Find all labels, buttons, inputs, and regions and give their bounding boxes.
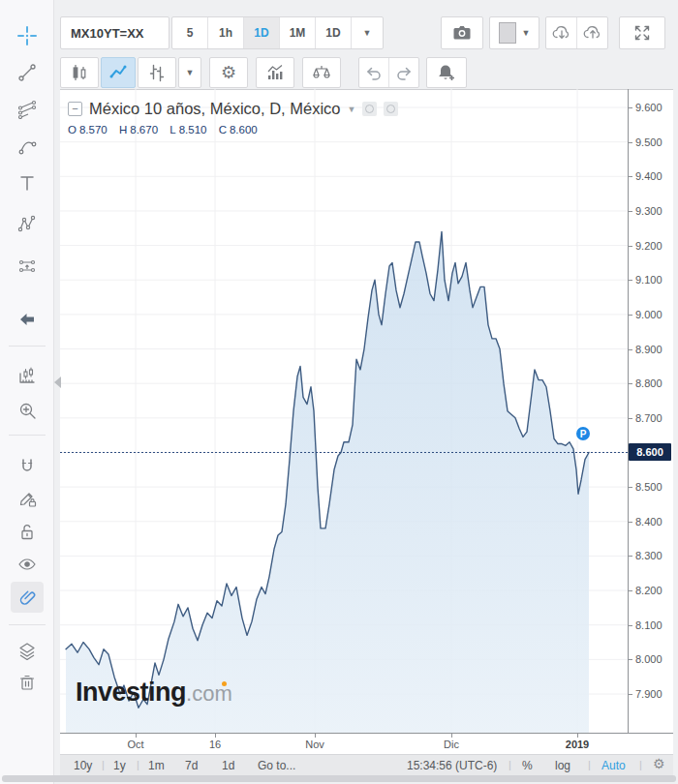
line-chart-icon <box>108 64 128 81</box>
time-axis[interactable]: Oct16NovDic2019 <box>60 734 673 753</box>
price-tick-label: 8.100 <box>635 619 663 631</box>
time-tick-mark <box>451 734 452 738</box>
layers-icon[interactable] <box>16 640 38 661</box>
sidebar-collapse-handle[interactable] <box>54 377 61 388</box>
undo-button[interactable] <box>359 58 388 87</box>
horizontal-scrollbar[interactable] <box>2 775 676 782</box>
trend-line-icon[interactable] <box>16 62 38 83</box>
interval-1m[interactable]: 1M <box>279 17 315 48</box>
symbol-input[interactable]: MX10YT=XX <box>60 16 170 49</box>
load-chart-button[interactable] <box>546 17 576 48</box>
range-10y[interactable]: 10y <box>74 759 92 772</box>
crosshair-icon[interactable] <box>16 25 38 46</box>
price-tick-label: 8.000 <box>635 653 663 665</box>
price-tick-mark <box>629 142 632 143</box>
chart-legend: − México 10 años, México, D, México ▼ <box>68 100 398 118</box>
range-1m[interactable]: 1m <box>148 759 165 772</box>
sidebar-divider <box>9 435 46 436</box>
time-tick-mark <box>136 734 137 738</box>
link-icon[interactable] <box>16 587 38 608</box>
curve-icon[interactable] <box>16 136 38 157</box>
undo-arrow-icon <box>365 65 383 80</box>
trash-icon[interactable] <box>16 671 38 692</box>
low-value: 8.510 <box>179 124 207 136</box>
multi-line-icon[interactable] <box>16 99 38 120</box>
ohlc-bars-icon <box>147 63 167 82</box>
candlestick-chart-button[interactable] <box>60 57 99 88</box>
price-tick-mark <box>629 694 632 695</box>
indicators-button[interactable] <box>256 57 294 88</box>
zoom-in-icon[interactable] <box>16 400 38 421</box>
price-tick-label: 7.900 <box>635 688 663 700</box>
measure-icon[interactable] <box>16 365 38 386</box>
time-tick-label: 16 <box>209 739 221 750</box>
magnet-icon[interactable] <box>16 456 38 477</box>
interval-dropdown[interactable]: ▼ <box>351 17 383 48</box>
price-tick-label: 9.600 <box>635 102 663 113</box>
high-value: 8.670 <box>130 124 158 136</box>
background-swatch-button[interactable]: ▼ <box>489 16 539 49</box>
time-tick-mark <box>577 734 578 738</box>
percent-scale-button[interactable]: % <box>522 759 533 772</box>
compare-button[interactable] <box>302 57 341 88</box>
chart-settings-button[interactable]: ⚙ <box>209 57 248 88</box>
save-chart-button[interactable] <box>576 17 607 48</box>
chevron-down-icon[interactable]: ▼ <box>348 105 356 114</box>
investing-watermark[interactable]: Investing.com <box>76 678 232 708</box>
interval-1d-selected[interactable]: 1D <box>243 17 279 48</box>
legend-quick-button[interactable] <box>384 102 398 116</box>
redo-arrow-icon <box>395 65 413 80</box>
price-tick-mark <box>629 625 632 626</box>
text-tool-icon[interactable] <box>16 172 38 194</box>
separator: | <box>137 759 139 770</box>
cloud-download-icon <box>551 23 572 43</box>
color-swatch <box>499 22 516 44</box>
fullscreen-button[interactable] <box>619 16 665 49</box>
chevron-down-icon: ▼ <box>363 28 372 38</box>
interval-1h[interactable]: 1h <box>207 17 243 48</box>
axis-settings-button[interactable]: ⚙ <box>653 757 665 771</box>
price-axis[interactable]: 9.6009.5009.4009.3009.2009.1009.0008.900… <box>629 89 673 733</box>
time-tick-mark <box>215 734 216 738</box>
legend-collapse-button[interactable]: − <box>68 102 82 116</box>
back-arrow-icon[interactable] <box>16 309 38 330</box>
price-tick-label: 8.900 <box>635 344 663 355</box>
price-tick-mark <box>629 211 632 212</box>
interval-5[interactable]: 5 <box>172 17 207 48</box>
sidebar-divider <box>9 346 46 347</box>
xabcd-pattern-icon[interactable] <box>16 214 38 235</box>
ohlc-bars-button[interactable] <box>138 57 176 88</box>
chart-type-dropdown[interactable]: ▼ <box>178 57 201 88</box>
eye-icon[interactable] <box>16 554 38 575</box>
separator: | <box>102 759 105 770</box>
range-7d[interactable]: 7d <box>185 759 198 772</box>
forecast-icon[interactable] <box>16 256 38 277</box>
legend-quick-button[interactable] <box>362 102 377 116</box>
goto-button[interactable]: Go to... <box>258 759 295 772</box>
interval-1d2[interactable]: 1D <box>315 17 351 48</box>
marker-label: P <box>580 429 587 439</box>
line-chart-button-selected[interactable] <box>101 57 136 88</box>
camera-icon <box>451 23 473 43</box>
sidebar-divider <box>9 624 46 625</box>
price-tick-label: 8.700 <box>635 412 663 424</box>
range-1y[interactable]: 1y <box>113 759 126 772</box>
price-chart[interactable] <box>60 89 628 733</box>
chart-app: MX10YT=XX 5 1h 1D 1M 1D ▼ ▼ ▼ ⚙ <box>0 0 678 784</box>
price-tick-label: 8.300 <box>635 550 663 561</box>
time-tick-label: 2019 <box>566 739 589 750</box>
redo-button[interactable] <box>388 58 418 87</box>
range-1d[interactable]: 1d <box>222 759 234 772</box>
event-marker-p[interactable]: P <box>574 425 592 442</box>
price-tick-label: 9.400 <box>635 170 663 182</box>
create-alert-button[interactable] <box>426 57 467 88</box>
compare-scales-icon <box>312 63 331 82</box>
circle-icon <box>365 105 374 113</box>
log-scale-button[interactable]: log <box>555 759 570 772</box>
clock[interactable]: 15:34:56 (UTC-6) <box>407 759 497 772</box>
price-tick-mark <box>629 522 632 523</box>
drawing-lock-icon[interactable] <box>16 488 38 509</box>
snapshot-button[interactable] <box>441 16 483 49</box>
lock-icon[interactable] <box>16 521 38 542</box>
auto-scale-button[interactable]: Auto <box>601 759 626 772</box>
